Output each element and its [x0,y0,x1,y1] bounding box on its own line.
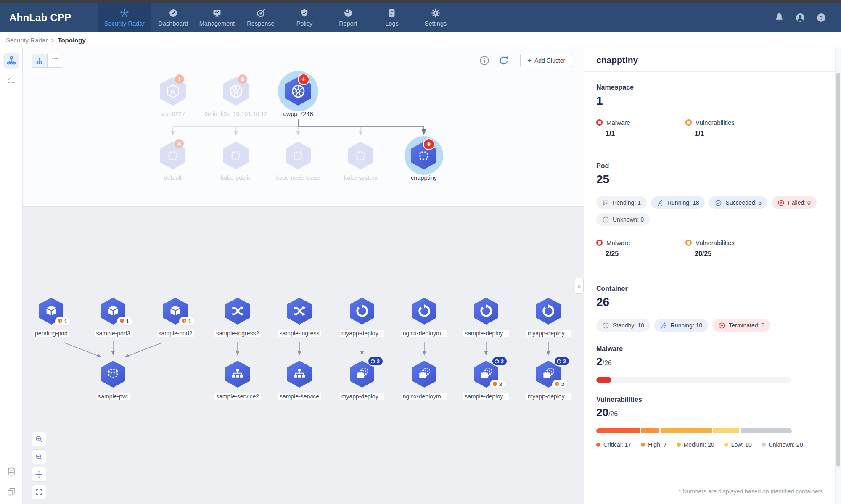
hexagon [412,361,436,388]
vulnerability-badge: 2 [553,380,567,388]
workload-node-myapp-deploy-[interactable]: myapp-deploy... [510,298,584,337]
sidebar-checklist-button[interactable] [3,73,19,89]
management-icon [212,8,222,18]
vulnerability-count-value: 2 [499,381,502,388]
panel-title: cnapptiny [584,48,835,72]
panel-collapse-button[interactable]: » [575,278,584,294]
plus-icon: + [527,56,532,65]
node-label: sample-pod2 [157,330,194,337]
node-label: kube-system [344,174,377,181]
replicaset-icon [541,366,556,383]
legend-dot [762,443,766,447]
workload-node-sample-pvc[interactable]: sample-pvc [75,361,151,400]
hexagon [223,142,249,169]
sidebar-bottom [0,459,22,500]
sidebar-layout-button[interactable] [3,484,19,500]
node-label: test-0227 [161,111,185,117]
nav-tab-management[interactable]: Management [195,3,239,32]
pod-section: Pod 25 Pending: 1Running: 18Succeeded: 6… [596,162,825,273]
sidebar-storage-button[interactable] [3,464,19,480]
vulnerability-badge: 1 [117,317,132,325]
page-scrollbar[interactable] [835,48,841,504]
nav-tab-logs[interactable]: Logs [370,3,414,32]
nav-tab-label: Management [199,20,235,27]
bell-icon[interactable] [774,12,785,23]
namespace-count: 1 [596,94,825,108]
shield-warning-icon [57,318,63,324]
nav-tab-label: Settings [425,20,447,27]
scrollbar-thumb[interactable] [836,73,840,467]
legend-label: Low: 10 [731,441,752,448]
deployment-icon [479,303,494,319]
nav-tab-settings[interactable]: Settings [414,3,458,32]
minus-circle-icon [718,322,725,329]
topbar-right-icons: ? [774,3,841,32]
namespace-section-title: Namespace [596,84,825,91]
info-icon[interactable] [479,55,490,66]
zoom-out-button[interactable] [32,449,46,464]
workload-node-myapp-deploy-[interactable]: 22myapp-deploy... [510,361,584,400]
nav-tab-dashboard[interactable]: Dashboard [151,3,195,32]
legend-dot [677,443,681,447]
x-circle-icon [778,199,785,206]
dashed-box-icon [290,147,306,164]
hexagon [225,361,250,388]
nav-tab-security-radar[interactable]: Security Radar [98,3,151,32]
namespace-malware-value: 1/1 [596,130,685,137]
nav-tab-report[interactable]: Report [326,3,370,32]
container-malware-label: Malware [596,345,825,353]
breadcrumb-current: Topology [58,37,85,44]
user-icon[interactable] [795,12,806,23]
badge-label: Running: 10 [671,322,703,329]
pod-badge-running: Running: 18 [651,196,705,209]
cluster-node-cwpp-7248[interactable]: cwpp-7248 [260,77,336,117]
bug-icon [301,77,307,82]
main-nav: Security RadarDashboardManagementRespons… [98,3,458,32]
badge-label: Running: 18 [667,199,699,206]
badge-label: Unknown: 0 [613,216,644,223]
refresh-icon[interactable] [498,55,509,66]
replicaset-icon [417,366,432,383]
node-label: pending-pod [33,330,69,337]
pod-badge-succeeded: Succeeded: 6 [709,196,767,209]
deployment-icon [417,303,432,319]
checklist-icon [6,76,16,86]
node-label: nginx-deploym... [401,393,448,400]
fit-screen-button[interactable] [32,485,46,499]
pan-button[interactable] [32,467,46,482]
malware-badge [298,74,309,85]
sidebar-topology-button[interactable] [3,53,19,69]
view-mode-toggle [32,54,63,68]
node-label: sample-pvc [96,393,130,400]
vulnerabilities-dot [685,119,692,126]
bug-icon [176,141,182,147]
help-icon[interactable]: ? [816,12,827,23]
app: AhnLab CPP Security RadarDashboardManage… [0,0,841,504]
nav-tab-label: Policy [296,20,313,27]
namespace-node-cnapptiny[interactable]: cnapptiny [386,142,462,181]
node-label: sample-deploy... [463,393,509,400]
add-cluster-button[interactable]: + Add Cluster [520,54,572,67]
top-navbar: AhnLab CPP Security RadarDashboardManage… [0,3,841,32]
shield-warning-icon [119,318,125,324]
tree-view-button[interactable] [32,54,47,67]
runner-icon [660,322,667,329]
nav-tab-response[interactable]: Response [239,3,283,32]
hexagon [101,361,125,388]
k8s-alt-icon: K [165,82,181,100]
settings-icon [431,8,441,18]
left-sidebar [0,48,23,504]
node-label: myapp-deploy... [340,393,385,400]
nav-tab-policy[interactable]: Policy [283,3,326,32]
malware-progress-fill [596,377,611,383]
warning-badge: ! [175,74,184,84]
box-icon [556,359,562,364]
vulnerabilities-label: Vulnerabilities [696,239,735,246]
box-icon [370,359,376,364]
breadcrumb-parent[interactable]: Security Radar [6,37,48,44]
zoom-in-button[interactable] [32,432,46,446]
node-label: nginx-deploym... [401,330,448,337]
node-label: sample-service2 [214,393,261,400]
vulnerabilities-label: Vulnerabilities [696,119,735,126]
list-view-button[interactable] [47,54,63,67]
